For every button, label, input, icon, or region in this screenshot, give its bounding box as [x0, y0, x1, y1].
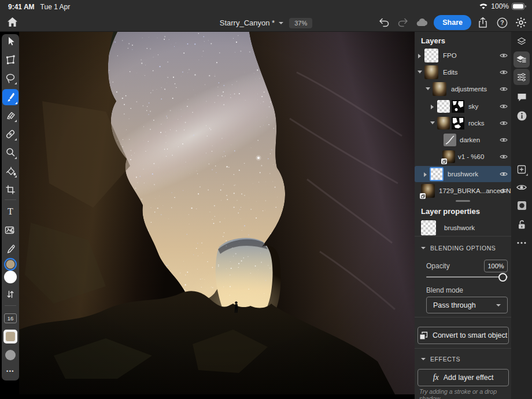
eye-visibility-icon[interactable] [500, 187, 508, 194]
chevron-right-icon[interactable] [424, 172, 427, 177]
blend-mode-dropdown[interactable]: Pass through [426, 297, 508, 313]
layer-row-brushwork-selected[interactable]: brushwork [415, 166, 511, 182]
layer-thumbnail[interactable] [424, 65, 438, 79]
share-button[interactable]: Share [434, 15, 471, 30]
add-layer-effect-button[interactable]: fx Add layer effect [418, 369, 509, 386]
type-tool[interactable]: T [3, 204, 18, 219]
transform-tool[interactable] [3, 52, 18, 67]
app-toolbar: Starry_Canyon * 37% Share ? [0, 14, 532, 32]
convert-button-label: Convert to smart object [433, 331, 507, 339]
document-title-menu[interactable]: Starry_Canyon * [220, 19, 283, 27]
layer-thumbnail[interactable] [424, 49, 438, 62]
zoom-level-badge[interactable]: 37% [289, 18, 312, 28]
selected-layer-name: brushwork [444, 224, 475, 231]
layers-stack-icon[interactable] [514, 34, 529, 49]
layer-mask-thumbnail[interactable] [452, 100, 464, 113]
smart-object-thumbnail[interactable] [421, 184, 435, 198]
chevron-down-icon[interactable] [430, 121, 435, 124]
smart-object-badge-icon [441, 158, 447, 164]
opacity-value-field[interactable]: 100% [484, 260, 508, 272]
lasso-select-tool[interactable] [3, 71, 18, 86]
brush-preview-swatch[interactable] [3, 330, 17, 343]
chevron-down-icon[interactable] [426, 87, 430, 90]
smart-object-thumbnail[interactable] [442, 150, 455, 163]
eye-visibility-icon[interactable] [500, 120, 508, 127]
crop-tool[interactable] [3, 182, 18, 197]
unlock-icon[interactable] [514, 217, 529, 232]
tools-toolbar: T 16 ••• [2, 34, 19, 380]
brush-hardness-swatch[interactable] [5, 350, 16, 360]
background-color-well[interactable] [4, 271, 17, 283]
layer-row-darken[interactable]: darken [415, 132, 511, 148]
export-icon[interactable] [475, 15, 490, 30]
section-divider [415, 236, 511, 237]
starry-canyon-image [19, 32, 415, 394]
eraser-tool[interactable] [3, 108, 18, 123]
adjustments-sliders-icon[interactable] [514, 69, 529, 84]
document-canvas[interactable] [19, 32, 415, 394]
layer-thumbnail[interactable] [430, 167, 444, 181]
foreground-color-well[interactable] [4, 258, 17, 271]
eye-visibility-icon[interactable] [500, 153, 508, 160]
chevron-right-icon[interactable] [431, 105, 434, 109]
cloud-sync-icon[interactable] [415, 15, 430, 30]
layer-mask-thumbnail[interactable] [452, 117, 464, 130]
eye-visibility-icon[interactable] [500, 171, 508, 178]
layers-panel: Layers FPO Edits adjustments sky [415, 32, 511, 399]
eye-visibility-icon[interactable] [500, 103, 508, 110]
comment-icon[interactable] [514, 90, 529, 105]
layer-name: sky [468, 103, 478, 110]
convert-to-smart-object-button[interactable]: Convert to smart object [418, 327, 509, 344]
healing-brush-tool[interactable] [3, 127, 18, 142]
blending-options-label: BLENDING OPTIONS [430, 245, 496, 252]
info-icon[interactable] [514, 108, 529, 123]
visibility-eye-icon[interactable] [514, 180, 529, 195]
brush-size-badge[interactable]: 16 [4, 313, 17, 323]
redo-icon[interactable] [396, 15, 411, 30]
layer-name: adjustments [451, 86, 487, 93]
opacity-label: Opacity [426, 262, 450, 270]
more-options-icon[interactable] [514, 235, 529, 250]
opacity-slider-track[interactable] [426, 276, 508, 278]
more-tools-icon[interactable]: ••• [2, 368, 19, 374]
battery-icon [512, 3, 526, 10]
layer-thumbnail[interactable] [433, 82, 446, 96]
eye-visibility-icon[interactable] [500, 69, 508, 76]
layer-row-fpo[interactable]: FPO [415, 47, 511, 64]
chevron-right-icon[interactable] [418, 54, 421, 58]
layer-mask-icon[interactable] [514, 198, 529, 213]
move-tool[interactable] [3, 34, 18, 49]
eye-visibility-icon[interactable] [500, 136, 508, 143]
eye-visibility-icon[interactable] [500, 86, 508, 93]
help-icon[interactable]: ? [494, 15, 509, 30]
home-icon[interactable] [5, 14, 20, 29]
add-layer-icon[interactable] [514, 162, 529, 177]
eye-visibility-icon[interactable] [500, 52, 508, 59]
blending-options-header[interactable]: BLENDING OPTIONS [421, 245, 496, 252]
swap-colors-icon[interactable] [3, 287, 18, 302]
top-bar: 9:41 AMTue 1 Apr 100% Starry_Canyon * 37… [0, 0, 532, 32]
layer-row-edits[interactable]: Edits [415, 64, 511, 80]
magnifier-tool[interactable] [3, 145, 18, 160]
layer-row-sky[interactable]: sky [415, 98, 511, 114]
layer-row-rocks[interactable]: rocks [415, 115, 511, 131]
layer-row-adjustments[interactable]: adjustments [415, 81, 511, 97]
layer-row-v1[interactable]: v1 - %60 [415, 149, 511, 165]
document-title: Starry_Canyon * [220, 19, 275, 27]
effects-header[interactable]: EFFECTS [421, 356, 460, 363]
settings-gear-icon[interactable] [513, 15, 529, 30]
panel-resize-handle[interactable] [456, 200, 470, 202]
adjustment-curves-thumbnail[interactable] [444, 134, 456, 146]
opacity-slider-knob[interactable] [498, 273, 507, 282]
paint-bucket-tool[interactable] [3, 164, 18, 179]
brush-tool[interactable] [2, 89, 19, 105]
undo-icon[interactable] [376, 15, 391, 30]
layer-row-background-image[interactable]: 1729_BURKA...anced-NR33 [415, 183, 511, 199]
layer-properties-icon[interactable] [514, 52, 529, 67]
eyedropper-tool[interactable] [3, 242, 18, 257]
chevron-down-icon[interactable] [418, 71, 422, 73]
layer-thumbnail[interactable] [437, 100, 450, 113]
layer-thumbnail[interactable] [437, 117, 450, 130]
place-image-tool[interactable] [3, 223, 18, 238]
battery-percent: 100% [491, 2, 509, 10]
